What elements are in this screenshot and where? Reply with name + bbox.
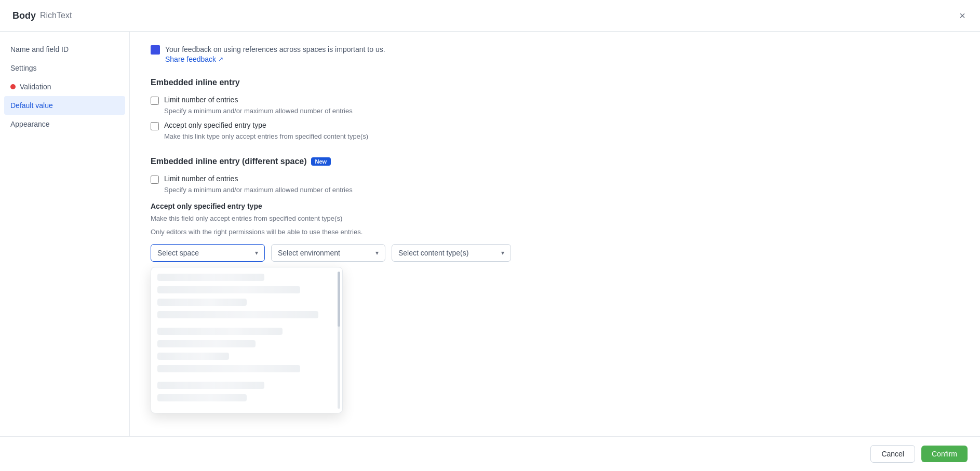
- confirm-button[interactable]: Confirm: [921, 446, 968, 462]
- select-environment-dropdown[interactable]: Select environment ▾: [271, 244, 385, 262]
- sidebar-item-settings[interactable]: Settings: [0, 59, 129, 77]
- share-feedback-label: Share feedback: [165, 55, 216, 63]
- share-feedback-link[interactable]: Share feedback ↗: [165, 55, 223, 63]
- sidebar-item-name-field-id[interactable]: Name and field ID: [0, 40, 129, 59]
- limit-entries-hint: Specify a minimum and/or maximum allowed…: [164, 107, 959, 115]
- embedded-inline-entry-different-space-title: Embedded inline entry (different space) …: [151, 157, 959, 166]
- select-content-type-placeholder: Select content type(s): [398, 249, 468, 257]
- modal-title-text: Body: [12, 10, 36, 21]
- sidebar-item-appearance[interactable]: Appearance: [0, 115, 129, 133]
- modal-title: Body RichText: [12, 10, 72, 21]
- dropdown-item-blurred: [157, 340, 256, 347]
- external-link-icon: ↗: [218, 56, 223, 63]
- limit-entries-text: Limit number of entries: [164, 96, 238, 104]
- dropdown-item-blurred: [157, 274, 264, 281]
- dropdown-item-blurred: [157, 394, 247, 401]
- dropdown-item-blurred: [157, 365, 300, 372]
- modal-body: Name and field ID Settings Validation De…: [0, 32, 980, 436]
- limit-entries-different-space-hint: Specify a minimum and/or maximum allowed…: [164, 186, 959, 194]
- accept-entry-type-row: Accept only specified entry type Make th…: [151, 121, 959, 140]
- select-content-type-wrapper: Select content type(s) ▾: [392, 244, 511, 262]
- feedback-icon: [151, 45, 160, 55]
- accept-entry-type-desc1: Make this field only accept entries from…: [151, 213, 959, 224]
- sidebar-item-validation[interactable]: Validation: [0, 77, 129, 96]
- sidebar-item-label: Settings: [10, 64, 37, 72]
- main-content: Your feedback on using references across…: [130, 32, 980, 436]
- limit-entries-different-space-label[interactable]: Limit number of entries: [151, 174, 959, 184]
- select-space-wrapper: Select space ▾: [151, 244, 265, 262]
- chevron-down-icon: ▾: [501, 249, 504, 257]
- modal-header: Body RichText ×: [0, 0, 980, 32]
- dropdown-item-blurred: [157, 353, 229, 360]
- sidebar-item-label: Default value: [10, 101, 53, 110]
- select-content-type-dropdown[interactable]: Select content type(s) ▾: [392, 244, 511, 262]
- modal-title-type: RichText: [40, 11, 72, 20]
- modal-container: Body RichText × Name and field ID Settin…: [0, 0, 980, 471]
- dropdown-item-blurred: [157, 328, 283, 335]
- feedback-banner: Your feedback on using references across…: [151, 44, 959, 63]
- select-row: Select space ▾: [151, 244, 959, 262]
- embedded-inline-entry-section: Embedded inline entry Limit number of en…: [151, 78, 959, 140]
- feedback-text: Your feedback on using references across…: [165, 44, 385, 55]
- accept-entry-type-desc2: Only editors with the right permissions …: [151, 227, 959, 237]
- accept-entry-type-subsection: Accept only specified entry type Make th…: [151, 202, 959, 262]
- accept-entry-type-text: Accept only specified entry type: [164, 121, 266, 129]
- limit-entries-different-space-checkbox[interactable]: [151, 176, 159, 184]
- error-dot-icon: [10, 84, 16, 89]
- cancel-button[interactable]: Cancel: [870, 445, 915, 463]
- limit-entries-label[interactable]: Limit number of entries: [151, 96, 959, 105]
- close-button[interactable]: ×: [957, 8, 968, 23]
- accept-entry-type-hint: Make this link type only accept entries …: [164, 132, 959, 140]
- dropdown-item-blurred: [157, 311, 318, 318]
- dropdown-content: [151, 267, 342, 413]
- embedded-inline-entry-title: Embedded inline entry: [151, 78, 959, 87]
- scrollbar-track[interactable]: [338, 272, 340, 409]
- accept-entry-type-label[interactable]: Accept only specified entry type: [151, 121, 959, 130]
- modal-footer: Cancel Confirm: [0, 436, 980, 471]
- embedded-inline-entry-different-space-section: Embedded inline entry (different space) …: [151, 157, 959, 262]
- select-environment-placeholder: Select environment: [278, 249, 340, 257]
- sidebar-item-label: Validation: [20, 83, 51, 91]
- dropdown-item-blurred: [157, 286, 300, 293]
- chevron-down-icon: ▾: [375, 249, 379, 257]
- scrollbar-thumb: [338, 272, 340, 327]
- space-dropdown-panel: [151, 267, 343, 413]
- sidebar: Name and field ID Settings Validation De…: [0, 32, 130, 436]
- feedback-text-block: Your feedback on using references across…: [165, 44, 385, 63]
- sidebar-item-default-value[interactable]: Default value: [4, 96, 125, 115]
- sidebar-item-label: Name and field ID: [10, 45, 69, 53]
- limit-entries-different-space-text: Limit number of entries: [164, 174, 238, 183]
- select-environment-wrapper: Select environment ▾: [271, 244, 385, 262]
- limit-entries-checkbox[interactable]: [151, 97, 159, 105]
- dropdown-item-blurred: [157, 299, 247, 306]
- sidebar-item-label: Appearance: [10, 120, 50, 128]
- new-badge: New: [311, 157, 331, 166]
- dropdown-item-blurred: [157, 382, 264, 389]
- select-space-dropdown[interactable]: Select space ▾: [151, 244, 265, 262]
- accept-entry-type-checkbox[interactable]: [151, 122, 159, 130]
- limit-entries-row: Limit number of entries Specify a minimu…: [151, 96, 959, 115]
- limit-entries-different-space-row: Limit number of entries Specify a minimu…: [151, 174, 959, 194]
- select-space-placeholder: Select space: [157, 249, 199, 257]
- chevron-down-icon: ▾: [255, 249, 258, 257]
- accept-entry-type-subsection-title: Accept only specified entry type: [151, 202, 959, 210]
